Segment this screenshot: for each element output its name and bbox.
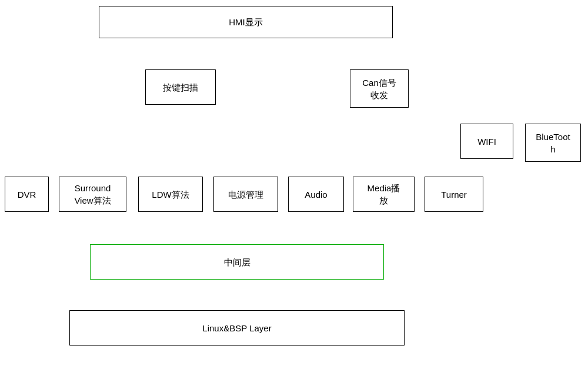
box-bluetooth: BlueTooth xyxy=(525,124,581,162)
box-middleware: 中间层 xyxy=(90,244,384,280)
box-wifi: WIFI xyxy=(460,124,513,159)
box-turner: Turner xyxy=(425,177,483,212)
box-audio: Audio xyxy=(288,177,344,212)
box-dvr: DVR xyxy=(5,177,49,212)
box-hmi: HMI显示 xyxy=(99,6,393,38)
box-can-signal: Can信号收发 xyxy=(350,69,409,108)
box-ldw: LDW算法 xyxy=(138,177,203,212)
architecture-diagram: HMI显示 按键扫描 Can信号收发 WIFI BlueTooth DVR Su… xyxy=(0,0,588,392)
box-power: 电源管理 xyxy=(213,177,278,212)
box-linux: Linux&BSP Layer xyxy=(69,310,405,346)
box-media: Media播放 xyxy=(353,177,415,212)
box-surround: SurroundView算法 xyxy=(59,177,126,212)
box-key-scan: 按键扫描 xyxy=(145,69,216,105)
